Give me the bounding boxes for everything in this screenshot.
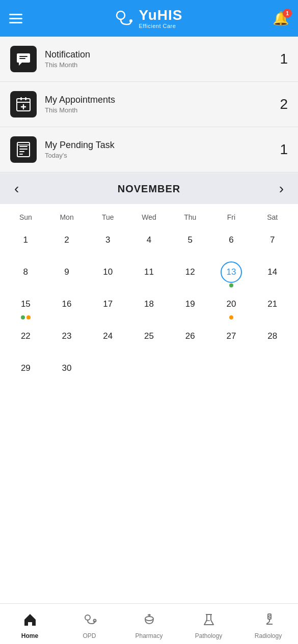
cal-header-wed: Wed: [128, 209, 170, 225]
hamburger-menu-button[interactable]: [9, 14, 22, 23]
cal-day-20[interactable]: 20: [211, 289, 252, 321]
svg-rect-25: [268, 614, 271, 619]
cal-day-29[interactable]: 29: [5, 354, 46, 386]
pending-task-card[interactable]: My Pending Task Today's 1: [0, 127, 298, 172]
cal-day-5[interactable]: 5: [170, 225, 211, 257]
cal-day-empty-3: [170, 354, 211, 386]
brand-tagline: Efficient Care: [139, 23, 183, 29]
calendar-section: ‹ NOVEMBER › Sun Mon Tue Wed Thu Fri Sat…: [0, 173, 298, 603]
cal-day-10[interactable]: 10: [87, 257, 128, 289]
cal-day-9[interactable]: 9: [46, 257, 88, 289]
svg-point-1: [129, 19, 132, 22]
cal-day-23[interactable]: 23: [46, 321, 88, 354]
task-icon: [16, 142, 31, 157]
appointments-card-count: 2: [280, 96, 288, 112]
cal-day-26[interactable]: 26: [170, 321, 211, 354]
cal-day-25[interactable]: 25: [128, 321, 170, 354]
svg-rect-4: [19, 56, 28, 57]
pending-task-card-count: 1: [280, 141, 288, 158]
calendar-month-label: NOVEMBER: [118, 183, 181, 195]
cal-day-14[interactable]: 14: [252, 257, 293, 289]
flask-icon: [202, 612, 216, 630]
bottom-navigation: Home OPD Pharmacy: [0, 603, 298, 644]
cal-header-mon: Mon: [46, 209, 88, 225]
cal-day-18[interactable]: 18: [128, 289, 170, 321]
nav-pharmacy-label: Pharmacy: [135, 632, 162, 639]
cal-day-21[interactable]: 21: [252, 289, 293, 321]
calendar-prev-button[interactable]: ‹: [10, 182, 23, 196]
home-icon: [23, 612, 37, 630]
cal-day-15[interactable]: 15: [5, 289, 46, 321]
cal-day-empty-1: [87, 354, 128, 386]
cal-day-27[interactable]: 27: [211, 321, 252, 354]
nav-pathology[interactable]: Pathology: [179, 608, 238, 639]
svg-point-20: [145, 617, 153, 621]
cal-day-16[interactable]: 16: [46, 289, 88, 321]
cal-day-13[interactable]: 13: [211, 257, 252, 289]
cal-day-8[interactable]: 8: [5, 257, 46, 289]
cal-day-30[interactable]: 30: [46, 354, 88, 386]
calendar-grid: Sun Mon Tue Wed Thu Fri Sat 1 2 3 4 5 6 …: [0, 204, 298, 396]
nav-opd[interactable]: OPD: [60, 608, 119, 639]
nav-radiology[interactable]: Radiology: [238, 608, 298, 639]
appointments-icon: [16, 97, 31, 112]
cal-header-sun: Sun: [5, 209, 46, 225]
pending-task-card-title: My Pending Task: [45, 140, 280, 151]
svg-rect-8: [25, 97, 26, 100]
cal-day-1[interactable]: 1: [5, 225, 46, 257]
cal-day-7[interactable]: 7: [252, 225, 293, 257]
cal-header-tue: Tue: [87, 209, 128, 225]
cal-day-2[interactable]: 2: [46, 225, 88, 257]
pending-task-card-text: My Pending Task Today's: [45, 140, 280, 159]
brand-name: YuHIS: [139, 8, 183, 23]
notification-bell-button[interactable]: 🔔 1: [273, 11, 289, 26]
pending-task-card-icon: [10, 136, 37, 163]
appointments-card-icon: [10, 91, 37, 118]
cal-day-4[interactable]: 4: [128, 225, 170, 257]
pending-task-card-subtitle: Today's: [45, 152, 280, 159]
notification-card-count: 1: [280, 51, 288, 67]
app-header: YuHIS Efficient Care 🔔 1: [0, 0, 298, 37]
cal-day-3[interactable]: 3: [87, 225, 128, 257]
svg-point-18: [85, 615, 90, 620]
cal-day-12[interactable]: 12: [170, 257, 211, 289]
cal-header-sat: Sat: [252, 209, 293, 225]
notification-card-subtitle: This Month: [45, 61, 280, 69]
notification-card-title: Notification: [45, 49, 280, 60]
nav-home[interactable]: Home: [0, 608, 60, 639]
logo-icon: [113, 7, 135, 30]
svg-point-29: [269, 616, 271, 618]
nav-opd-label: OPD: [83, 632, 96, 639]
cal-day-17[interactable]: 17: [87, 289, 128, 321]
bell-badge-count: 1: [283, 9, 292, 18]
calendar-next-button[interactable]: ›: [275, 182, 288, 196]
cal-day-19[interactable]: 19: [170, 289, 211, 321]
app-logo: YuHIS Efficient Care: [113, 7, 183, 30]
comment-icon: [16, 51, 31, 67]
cal-header-thu: Thu: [170, 209, 211, 225]
cal-day-11[interactable]: 11: [128, 257, 170, 289]
cal-day-empty-2: [128, 354, 170, 386]
nav-pharmacy[interactable]: Pharmacy: [119, 608, 179, 639]
svg-rect-14: [19, 149, 28, 150]
nav-pathology-label: Pathology: [195, 632, 222, 639]
svg-rect-5: [19, 58, 25, 59]
cal-day-22[interactable]: 22: [5, 321, 46, 354]
cal-header-fri: Fri: [211, 209, 252, 225]
stethoscope-icon: [83, 612, 97, 630]
svg-rect-16: [19, 154, 23, 155]
notification-card[interactable]: Notification This Month 1: [0, 37, 298, 82]
appointments-card-text: My Appointments This Month: [45, 95, 280, 114]
svg-rect-13: [19, 146, 28, 147]
cal-day-24[interactable]: 24: [87, 321, 128, 354]
microscope-icon: [261, 612, 276, 630]
cal-day-6[interactable]: 6: [211, 225, 252, 257]
appointments-card-title: My Appointments: [45, 95, 280, 105]
cal-day-28[interactable]: 28: [252, 321, 293, 354]
cal-day-empty-5: [252, 354, 293, 386]
svg-point-0: [117, 11, 125, 19]
logo-text: YuHIS Efficient Care: [139, 8, 183, 30]
nav-home-label: Home: [21, 632, 38, 639]
calendar-header: ‹ NOVEMBER ›: [0, 173, 298, 204]
appointments-card[interactable]: My Appointments This Month 2: [0, 82, 298, 127]
